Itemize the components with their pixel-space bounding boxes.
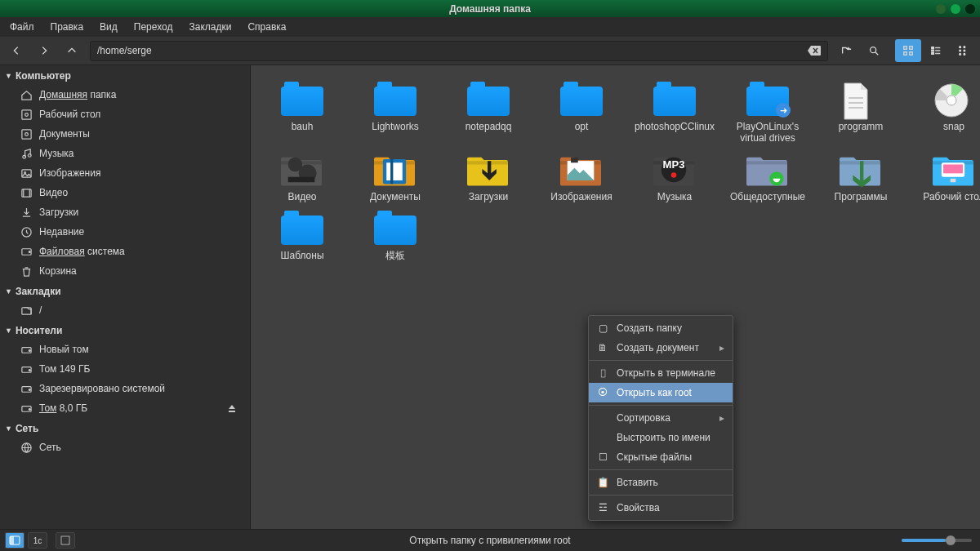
menu-file[interactable]: Файл: [3, 19, 41, 35]
sidebar-section-bookmarks[interactable]: ▼Закладки: [0, 281, 250, 300]
sidebar-item-computer-3[interactable]: Музыка: [0, 144, 250, 163]
clear-icon[interactable]: [808, 45, 821, 56]
file-item[interactable]: Программы: [816, 147, 906, 202]
chevron-right-icon: ▸: [719, 412, 724, 424]
file-label: Рабочий стол: [923, 191, 980, 202]
file-item[interactable]: opt: [537, 77, 626, 144]
svg-rect-14: [21, 109, 30, 118]
svg-rect-7: [932, 53, 934, 55]
file-item[interactable]: ➜PlayOnLinux's virtual drives: [723, 77, 813, 144]
new-doc-icon: 🗎: [597, 342, 608, 353]
svg-point-19: [28, 153, 31, 157]
file-item[interactable]: 模板: [350, 206, 440, 261]
menu-help[interactable]: Справка: [241, 19, 292, 35]
file-item[interactable]: MP3Музыка: [630, 147, 719, 202]
svg-point-15: [24, 113, 28, 116]
file-item[interactable]: bauh: [257, 77, 347, 144]
file-item[interactable]: Видео: [257, 147, 347, 202]
view-icons-button[interactable]: [895, 39, 921, 62]
close-button[interactable]: [965, 4, 975, 14]
file-item[interactable]: Lightworks: [350, 77, 440, 144]
new-tab-button[interactable]: [833, 39, 859, 62]
file-item[interactable]: Загрузки: [443, 147, 533, 202]
file-label: Видео: [287, 191, 316, 202]
cm-properties[interactable]: ☲Свойства: [589, 498, 733, 518]
sidebar-item-computer-5[interactable]: Видео: [0, 183, 250, 202]
file-item[interactable]: programm: [816, 77, 906, 144]
sidebar-item-computer-7[interactable]: Недавние: [0, 222, 250, 242]
file-item[interactable]: Документы: [350, 147, 440, 202]
sidebar-item-computer-9[interactable]: Корзина: [0, 261, 250, 281]
cm-open-terminal[interactable]: ⌷Открыть в терминале: [589, 363, 733, 383]
minimize-button[interactable]: [936, 4, 946, 14]
sidebar-item-network-0[interactable]: Сеть: [0, 438, 250, 457]
sidebar-item-media-0[interactable]: Новый том: [0, 340, 250, 359]
cm-create-folder[interactable]: ▢Создать папку: [589, 318, 733, 338]
menu-bookmarks[interactable]: Закладки: [182, 19, 238, 35]
sidebar-section-computer[interactable]: ▼Компьютер: [0, 65, 250, 85]
sidebar-item-computer-8[interactable]: Файловая система: [0, 242, 250, 261]
sidebar-item-media-3[interactable]: Том 8,0 ГБ: [0, 398, 250, 418]
places-toggle-button[interactable]: [5, 532, 24, 549]
sidebar-item-label: Видео: [39, 187, 68, 198]
file-item[interactable]: Общедоступные: [723, 147, 813, 202]
svg-rect-44: [571, 158, 578, 163]
svg-rect-53: [10, 536, 14, 544]
cm-hidden-files[interactable]: ☐Скрытые файлы: [589, 447, 733, 467]
extra-toggle-button[interactable]: [56, 532, 75, 549]
menu-go[interactable]: Переход: [127, 19, 180, 35]
svg-point-47: [671, 172, 677, 178]
sidebar-item-bookmarks-0[interactable]: /: [0, 300, 250, 320]
disk-icon: [20, 127, 33, 140]
sidebar-item-media-2[interactable]: Зарезервировано системой: [0, 379, 250, 398]
file-item[interactable]: Шаблоны: [257, 206, 347, 261]
view-compact-button[interactable]: [951, 39, 977, 62]
maximize-button[interactable]: [951, 4, 960, 14]
path-text: /home/serge: [97, 45, 152, 56]
cm-open-root[interactable]: ⦿Открыть как root: [589, 383, 733, 402]
sidebar-item-computer-4[interactable]: Изображения: [0, 163, 250, 183]
file-item[interactable]: Рабочий стол: [909, 147, 980, 202]
sidebar-item-label: Недавние: [39, 226, 84, 238]
sidebar-item-computer-1[interactable]: Рабочий стол: [0, 104, 250, 124]
nav-forward-button[interactable]: [31, 39, 57, 62]
sidebar-section-network[interactable]: ▼Сеть: [0, 418, 250, 438]
sidebar-item-media-1[interactable]: Том 149 ГБ: [0, 359, 250, 379]
nav-back-button[interactable]: [3, 39, 29, 62]
menu-edit[interactable]: Правка: [44, 19, 91, 35]
zoom-slider[interactable]: [902, 539, 972, 542]
view-list-button[interactable]: [923, 39, 949, 62]
tree-toggle-button[interactable]: 1c: [28, 532, 47, 549]
file-item[interactable]: photoshopCClinux: [630, 77, 719, 144]
music-icon: [20, 147, 33, 160]
sidebar-item-computer-2[interactable]: Документы: [0, 124, 250, 144]
path-input[interactable]: /home/serge: [90, 41, 828, 61]
cm-create-doc[interactable]: 🗎Создать документ▸: [589, 338, 733, 358]
svg-rect-51: [951, 179, 956, 182]
sidebar: ▼Компьютер Домашняя папкаРабочий столДок…: [0, 65, 251, 529]
svg-point-8: [960, 47, 961, 48]
drive-icon: [20, 402, 33, 415]
sidebar-section-media[interactable]: ▼Носители: [0, 320, 250, 340]
sidebar-item-label: Документы: [39, 128, 90, 140]
eject-icon[interactable]: [227, 403, 237, 413]
drive-icon: [20, 362, 33, 375]
video-icon: [20, 186, 33, 199]
svg-point-10: [960, 54, 961, 56]
window-title: Домашняя папка: [449, 3, 531, 15]
svg-rect-2: [910, 47, 913, 50]
file-item[interactable]: Изображения: [537, 147, 626, 202]
menu-view[interactable]: Вид: [93, 19, 124, 35]
svg-point-13: [964, 54, 965, 56]
toolbar: /home/serge: [0, 37, 980, 65]
sidebar-item-computer-0[interactable]: Домашняя папка: [0, 85, 250, 104]
svg-rect-50: [943, 164, 963, 173]
chevron-right-icon: ▸: [719, 342, 724, 353]
nav-up-button[interactable]: [59, 39, 85, 62]
file-item[interactable]: snap: [909, 77, 980, 144]
svg-point-25: [29, 251, 30, 252]
file-item[interactable]: notepadqq: [443, 77, 533, 144]
search-button[interactable]: [861, 39, 887, 62]
cm-sort[interactable]: Сортировка▸: [589, 408, 733, 428]
sidebar-item-computer-6[interactable]: Загрузки: [0, 202, 250, 222]
